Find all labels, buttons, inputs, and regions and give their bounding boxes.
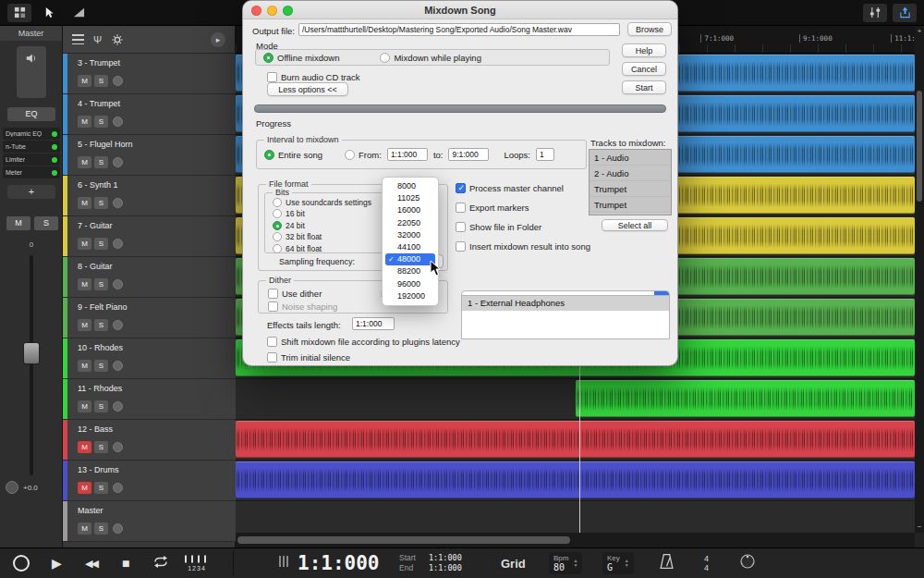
- plugin-power-icon[interactable]: [52, 157, 57, 163]
- output-file-input[interactable]: [298, 23, 620, 36]
- track-record-arm-button[interactable]: [113, 523, 123, 534]
- track-record-arm-button[interactable]: [113, 320, 123, 330]
- bit-depth-radio[interactable]: 64 bit float: [273, 243, 389, 254]
- checkbox-icon[interactable]: [456, 203, 466, 213]
- grid-mode-button[interactable]: Grid: [501, 557, 526, 571]
- track-solo-button[interactable]: S: [94, 319, 108, 331]
- track-row[interactable]: 4 - Trumpet M S: [63, 94, 236, 135]
- vertical-scrollbar[interactable]: + −: [915, 26, 924, 533]
- loops-input[interactable]: [536, 148, 554, 161]
- from-input[interactable]: [387, 148, 428, 161]
- plugin-slot[interactable]: Meter: [3, 166, 60, 178]
- track-record-arm-button[interactable]: [113, 401, 123, 412]
- time-display[interactable]: 1:1:000: [298, 552, 380, 574]
- track-solo-button[interactable]: S: [94, 441, 108, 453]
- track-record-arm-button[interactable]: [113, 442, 123, 452]
- start-button[interactable]: Start: [622, 80, 666, 94]
- track-mute-button[interactable]: M: [78, 441, 91, 453]
- track-solo-button[interactable]: S: [94, 278, 108, 290]
- radio-icon[interactable]: [380, 53, 390, 63]
- sample-rate-option[interactable]: ✓ 44100: [385, 241, 435, 253]
- track-record-arm-button[interactable]: [113, 483, 123, 493]
- horizontal-scrollbar[interactable]: [236, 533, 915, 547]
- checkbox-icon[interactable]: [268, 301, 278, 312]
- bpm-control[interactable]: Bpm 80 ▲▼: [549, 552, 582, 574]
- track-list-icon[interactable]: [72, 34, 84, 44]
- track-record-arm-button[interactable]: [113, 117, 123, 127]
- audio-clip[interactable]: [236, 421, 915, 458]
- checkbox-icon[interactable]: [268, 289, 278, 299]
- noise-shaping-checkbox[interactable]: Noise shaping: [268, 301, 337, 312]
- mode-radio-option[interactable]: Offline mixdown: [263, 52, 339, 63]
- track-solo-button[interactable]: S: [94, 482, 108, 494]
- play-button[interactable]: ▶: [52, 556, 62, 571]
- track-solo-button[interactable]: S: [94, 360, 108, 372]
- checkbox-icon[interactable]: [267, 352, 277, 363]
- track-mute-button[interactable]: M: [78, 319, 91, 331]
- track-solo-button[interactable]: S: [94, 75, 108, 87]
- metronome-button[interactable]: [660, 554, 674, 573]
- stop-button[interactable]: ■: [122, 556, 129, 571]
- share-button[interactable]: [893, 4, 917, 22]
- add-plugin-button[interactable]: +: [7, 185, 55, 199]
- sample-rate-option[interactable]: ✓ 192000: [385, 290, 435, 302]
- fade-tool-button[interactable]: [67, 4, 91, 22]
- loop-button[interactable]: [152, 555, 170, 572]
- radio-icon[interactable]: [273, 232, 282, 241]
- zoom-in-button[interactable]: +: [915, 26, 924, 37]
- track-row[interactable]: 9 - Felt Piano M S: [63, 298, 236, 338]
- sample-rate-option[interactable]: ✓ 88200: [385, 265, 435, 277]
- sample-rate-option[interactable]: ✓ 11025: [385, 192, 435, 204]
- track-mute-button[interactable]: M: [78, 197, 91, 209]
- less-options-button[interactable]: Less options <<: [267, 82, 348, 96]
- track-solo-button[interactable]: S: [94, 197, 108, 209]
- dialog-titlebar[interactable]: Mixdown Song: [243, 1, 677, 19]
- stepper-down-icon[interactable]: ▼: [573, 563, 578, 568]
- select-all-button[interactable]: Select all: [602, 219, 668, 231]
- close-button[interactable]: [251, 6, 261, 16]
- trim-silence-checkbox[interactable]: Trim initial silence: [267, 351, 350, 363]
- checkbox-icon[interactable]: [456, 241, 466, 252]
- track-row[interactable]: 6 - Synth 1 M S: [63, 176, 236, 216]
- bit-depth-radio[interactable]: Use soundcards settings: [273, 197, 389, 208]
- jog-knob[interactable]: [739, 553, 756, 573]
- checkbox-icon[interactable]: [456, 222, 466, 232]
- mixdown-track-item[interactable]: 1 - Audio: [590, 150, 671, 166]
- record-button[interactable]: [13, 555, 30, 572]
- audio-clip[interactable]: [576, 380, 916, 417]
- track-mute-button[interactable]: M: [78, 400, 91, 412]
- sample-rate-option[interactable]: ✓ 32000: [385, 229, 435, 241]
- track-lane[interactable]: [236, 379, 915, 420]
- track-row[interactable]: 7 - Guitar M S: [63, 216, 236, 257]
- track-solo-button[interactable]: S: [94, 400, 108, 412]
- key-value[interactable]: G: [607, 562, 620, 572]
- option-checkbox[interactable]: Insert mixdown result into song: [456, 240, 590, 252]
- track-record-arm-button[interactable]: [113, 239, 123, 249]
- radio-icon[interactable]: [345, 150, 355, 160]
- track-solo-button[interactable]: S: [94, 116, 108, 128]
- option-checkbox[interactable]: Show file in Folder: [456, 221, 590, 232]
- sample-rate-option[interactable]: ✓ 16000: [385, 204, 435, 216]
- master-mute-button[interactable]: M: [6, 216, 30, 230]
- zoom-button[interactable]: [283, 6, 293, 16]
- radio-icon[interactable]: [273, 198, 282, 207]
- track-row[interactable]: 11 - Rhodes M S: [63, 379, 236, 420]
- mixdown-track-item[interactable]: 2 - Audio: [590, 166, 671, 181]
- cancel-button[interactable]: Cancel: [622, 62, 666, 76]
- time-signature[interactable]: 4 4: [704, 554, 709, 572]
- bpm-value[interactable]: 80: [553, 562, 568, 572]
- radio-icon[interactable]: [273, 244, 282, 253]
- track-row[interactable]: 10 - Rhodes M S: [63, 338, 236, 379]
- effects-tails-input[interactable]: [352, 317, 395, 330]
- plugin-slot[interactable]: Limiter: [3, 154, 60, 166]
- output-device-item[interactable]: 1 - External Headphones: [462, 296, 669, 311]
- track-lane[interactable]: [236, 461, 915, 501]
- track-solo-button[interactable]: S: [94, 523, 108, 535]
- audio-clip[interactable]: [236, 461, 915, 498]
- minimize-button[interactable]: [267, 6, 277, 16]
- browse-button[interactable]: Browse: [627, 22, 672, 36]
- checkbox-icon[interactable]: [456, 183, 466, 193]
- from-radio[interactable]: From:: [345, 149, 382, 160]
- rewind-button[interactable]: ◀◀: [85, 558, 97, 570]
- bit-depth-radio[interactable]: 24 bit: [273, 220, 389, 231]
